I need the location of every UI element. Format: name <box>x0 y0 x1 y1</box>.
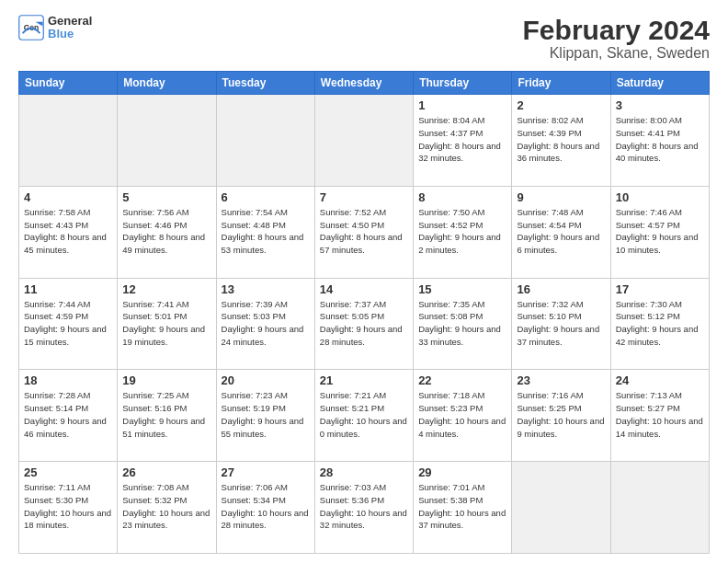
day-cell: 17Sunrise: 7:30 AM Sunset: 5:12 PM Dayli… <box>610 278 709 370</box>
day-number: 10 <box>616 190 704 204</box>
day-number: 21 <box>320 373 408 387</box>
day-number: 9 <box>517 190 605 204</box>
day-number: 20 <box>222 373 310 387</box>
day-info: Sunrise: 8:00 AM Sunset: 4:41 PM Dayligh… <box>616 114 704 165</box>
day-cell: 20Sunrise: 7:23 AM Sunset: 5:19 PM Dayli… <box>216 370 314 462</box>
day-number: 15 <box>418 282 506 296</box>
week-row-1: 1Sunrise: 8:04 AM Sunset: 4:37 PM Daylig… <box>19 95 710 187</box>
day-number: 28 <box>320 465 408 479</box>
day-info: Sunrise: 7:39 AM Sunset: 5:03 PM Dayligh… <box>222 298 310 349</box>
col-header-wednesday: Wednesday <box>314 72 413 95</box>
day-cell: 13Sunrise: 7:39 AM Sunset: 5:03 PM Dayli… <box>216 278 314 370</box>
logo: Gen General Blue <box>18 15 92 41</box>
day-cell: 25Sunrise: 7:11 AM Sunset: 5:30 PM Dayli… <box>19 462 118 554</box>
day-number: 16 <box>517 282 605 296</box>
day-info: Sunrise: 7:54 AM Sunset: 4:48 PM Dayligh… <box>222 206 310 257</box>
calendar-table: SundayMondayTuesdayWednesdayThursdayFrid… <box>18 71 710 554</box>
day-info: Sunrise: 7:21 AM Sunset: 5:21 PM Dayligh… <box>320 389 408 440</box>
day-cell: 15Sunrise: 7:35 AM Sunset: 5:08 PM Dayli… <box>414 278 512 370</box>
col-header-friday: Friday <box>512 72 610 95</box>
day-cell: 11Sunrise: 7:44 AM Sunset: 4:59 PM Dayli… <box>19 278 118 370</box>
day-cell <box>610 462 709 554</box>
day-info: Sunrise: 7:32 AM Sunset: 5:10 PM Dayligh… <box>517 298 605 349</box>
day-number: 26 <box>122 465 210 479</box>
day-number: 7 <box>320 190 408 204</box>
logo-text: General Blue <box>48 15 92 41</box>
header: Gen General Blue February 2024 Klippan, … <box>18 15 710 62</box>
day-cell: 19Sunrise: 7:25 AM Sunset: 5:16 PM Dayli… <box>118 370 216 462</box>
calendar-subtitle: Klippan, Skane, Sweden <box>523 45 710 62</box>
day-cell: 6Sunrise: 7:54 AM Sunset: 4:48 PM Daylig… <box>216 186 314 278</box>
day-info: Sunrise: 7:30 AM Sunset: 5:12 PM Dayligh… <box>616 298 704 349</box>
week-row-5: 25Sunrise: 7:11 AM Sunset: 5:30 PM Dayli… <box>19 462 710 554</box>
day-number: 5 <box>122 190 210 204</box>
day-number: 18 <box>24 373 112 387</box>
col-header-thursday: Thursday <box>414 72 512 95</box>
day-info: Sunrise: 7:11 AM Sunset: 5:30 PM Dayligh… <box>24 481 112 532</box>
day-info: Sunrise: 7:41 AM Sunset: 5:01 PM Dayligh… <box>122 298 210 349</box>
calendar-title: February 2024 <box>523 15 710 45</box>
day-cell <box>314 95 413 187</box>
col-header-monday: Monday <box>118 72 216 95</box>
day-cell: 4Sunrise: 7:58 AM Sunset: 4:43 PM Daylig… <box>19 186 118 278</box>
day-info: Sunrise: 7:48 AM Sunset: 4:54 PM Dayligh… <box>517 206 605 257</box>
day-info: Sunrise: 7:35 AM Sunset: 5:08 PM Dayligh… <box>418 298 506 349</box>
day-info: Sunrise: 8:02 AM Sunset: 4:39 PM Dayligh… <box>517 114 605 165</box>
day-cell: 10Sunrise: 7:46 AM Sunset: 4:57 PM Dayli… <box>610 186 709 278</box>
day-cell <box>512 462 610 554</box>
day-info: Sunrise: 8:04 AM Sunset: 4:37 PM Dayligh… <box>418 114 506 165</box>
day-cell <box>118 95 216 187</box>
page: Gen General Blue February 2024 Klippan, … <box>0 0 728 563</box>
day-cell: 23Sunrise: 7:16 AM Sunset: 5:25 PM Dayli… <box>512 370 610 462</box>
logo-line2: Blue <box>48 28 92 40</box>
day-info: Sunrise: 7:58 AM Sunset: 4:43 PM Dayligh… <box>24 206 112 257</box>
day-info: Sunrise: 7:08 AM Sunset: 5:32 PM Dayligh… <box>122 481 210 532</box>
day-number: 25 <box>24 465 112 479</box>
week-row-3: 11Sunrise: 7:44 AM Sunset: 4:59 PM Dayli… <box>19 278 710 370</box>
col-header-tuesday: Tuesday <box>216 72 314 95</box>
day-number: 14 <box>320 282 408 296</box>
day-cell: 21Sunrise: 7:21 AM Sunset: 5:21 PM Dayli… <box>314 370 413 462</box>
day-info: Sunrise: 7:16 AM Sunset: 5:25 PM Dayligh… <box>517 389 605 440</box>
day-cell: 16Sunrise: 7:32 AM Sunset: 5:10 PM Dayli… <box>512 278 610 370</box>
day-cell: 14Sunrise: 7:37 AM Sunset: 5:05 PM Dayli… <box>314 278 413 370</box>
day-info: Sunrise: 7:18 AM Sunset: 5:23 PM Dayligh… <box>418 389 506 440</box>
day-cell: 7Sunrise: 7:52 AM Sunset: 4:50 PM Daylig… <box>314 186 413 278</box>
day-number: 29 <box>418 465 506 479</box>
day-number: 11 <box>24 282 112 296</box>
day-info: Sunrise: 7:01 AM Sunset: 5:38 PM Dayligh… <box>418 481 506 532</box>
day-cell <box>19 95 118 187</box>
day-cell: 27Sunrise: 7:06 AM Sunset: 5:34 PM Dayli… <box>216 462 314 554</box>
day-number: 2 <box>517 98 605 112</box>
col-header-sunday: Sunday <box>19 72 118 95</box>
calendar-header-row: SundayMondayTuesdayWednesdayThursdayFrid… <box>19 72 710 95</box>
day-number: 19 <box>122 373 210 387</box>
day-info: Sunrise: 7:28 AM Sunset: 5:14 PM Dayligh… <box>24 389 112 440</box>
day-cell: 12Sunrise: 7:41 AM Sunset: 5:01 PM Dayli… <box>118 278 216 370</box>
day-number: 4 <box>24 190 112 204</box>
day-number: 23 <box>517 373 605 387</box>
day-info: Sunrise: 7:37 AM Sunset: 5:05 PM Dayligh… <box>320 298 408 349</box>
day-number: 6 <box>222 190 310 204</box>
day-cell: 5Sunrise: 7:56 AM Sunset: 4:46 PM Daylig… <box>118 186 216 278</box>
day-info: Sunrise: 7:56 AM Sunset: 4:46 PM Dayligh… <box>122 206 210 257</box>
day-number: 1 <box>418 98 506 112</box>
day-cell: 1Sunrise: 8:04 AM Sunset: 4:37 PM Daylig… <box>414 95 512 187</box>
day-cell: 24Sunrise: 7:13 AM Sunset: 5:27 PM Dayli… <box>610 370 709 462</box>
day-cell: 18Sunrise: 7:28 AM Sunset: 5:14 PM Dayli… <box>19 370 118 462</box>
day-number: 24 <box>616 373 704 387</box>
day-cell <box>216 95 314 187</box>
week-row-2: 4Sunrise: 7:58 AM Sunset: 4:43 PM Daylig… <box>19 186 710 278</box>
day-number: 22 <box>418 373 506 387</box>
day-info: Sunrise: 7:23 AM Sunset: 5:19 PM Dayligh… <box>222 389 310 440</box>
week-row-4: 18Sunrise: 7:28 AM Sunset: 5:14 PM Dayli… <box>19 370 710 462</box>
day-info: Sunrise: 7:50 AM Sunset: 4:52 PM Dayligh… <box>418 206 506 257</box>
day-info: Sunrise: 7:13 AM Sunset: 5:27 PM Dayligh… <box>616 389 704 440</box>
day-cell: 22Sunrise: 7:18 AM Sunset: 5:23 PM Dayli… <box>414 370 512 462</box>
day-cell: 29Sunrise: 7:01 AM Sunset: 5:38 PM Dayli… <box>414 462 512 554</box>
day-number: 3 <box>616 98 704 112</box>
day-info: Sunrise: 7:25 AM Sunset: 5:16 PM Dayligh… <box>122 389 210 440</box>
day-cell: 2Sunrise: 8:02 AM Sunset: 4:39 PM Daylig… <box>512 95 610 187</box>
day-number: 8 <box>418 190 506 204</box>
day-info: Sunrise: 7:44 AM Sunset: 4:59 PM Dayligh… <box>24 298 112 349</box>
